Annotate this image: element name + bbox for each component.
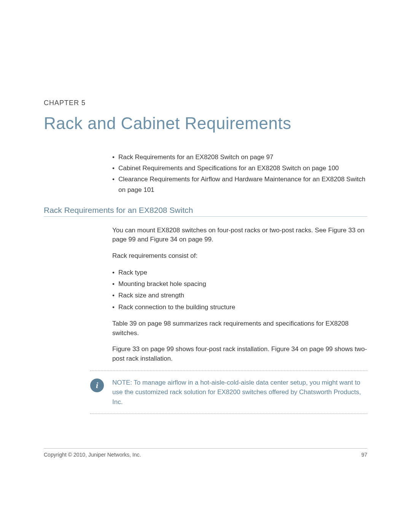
- intro-paragraph: You can mount EX8208 switches on four-po…: [112, 226, 367, 244]
- list-item: Rack connection to the building structur…: [112, 302, 367, 312]
- info-icon: i: [90, 379, 104, 392]
- note-text: NOTE: To manage airflow in a hot-aisle-c…: [112, 378, 367, 407]
- list-item: Mounting bracket hole spacing: [112, 279, 367, 289]
- requirements-list: Rack type Mounting bracket hole spacing …: [112, 268, 367, 312]
- note-block: i NOTE: To manage airflow in a hot-aisle…: [90, 371, 367, 414]
- page-number: 97: [361, 452, 367, 458]
- req-intro: Rack requirements consist of:: [112, 251, 367, 261]
- summary-paragraph: Table 39 on page 98 summarizes rack requ…: [112, 319, 367, 338]
- chapter-toc-list: Rack Requirements for an EX8208 Switch o…: [112, 152, 367, 195]
- list-item: Rack type: [112, 268, 367, 278]
- document-page: CHAPTER 5 Rack and Cabinet Requirements …: [0, 0, 411, 532]
- page-footer: Copyright © 2010, Juniper Networks, Inc.…: [44, 448, 367, 458]
- toc-item: Rack Requirements for an EX8208 Switch o…: [112, 152, 367, 162]
- chapter-title: Rack and Cabinet Requirements: [44, 114, 367, 133]
- toc-item: Clearance Requirements for Airflow and H…: [112, 174, 367, 195]
- section-heading: Rack Requirements for an EX8208 Switch: [44, 206, 367, 217]
- toc-item: Cabinet Requirements and Specifications …: [112, 163, 367, 173]
- chapter-label: CHAPTER 5: [44, 99, 367, 107]
- summary-paragraph: Figure 33 on page 99 shows four-post rac…: [112, 345, 367, 363]
- copyright-text: Copyright © 2010, Juniper Networks, Inc.: [44, 452, 141, 458]
- section-body: You can mount EX8208 switches on four-po…: [112, 226, 367, 364]
- list-item: Rack size and strength: [112, 291, 367, 300]
